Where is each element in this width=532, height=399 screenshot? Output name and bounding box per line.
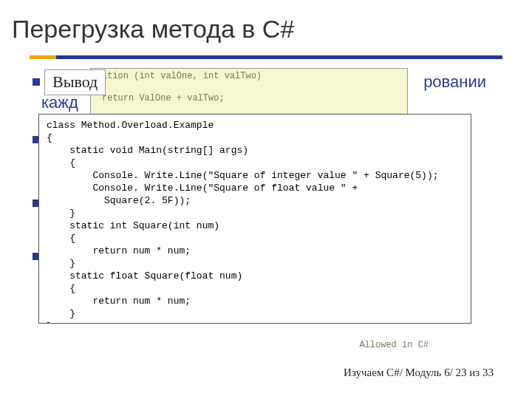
code-faint-line-a: ition (int valOne, int valTwo) — [102, 71, 262, 81]
title-rule — [30, 55, 502, 59]
footer-pagination: Изучаем C#/ Модуль 6/ 23 из 33 — [344, 366, 494, 379]
code-snippet: class Method.Overload.Example { static v… — [38, 114, 471, 324]
slide-body: ition (int valOne, int valTwo) return Va… — [0, 68, 532, 393]
bg-text-fragment: кажд — [41, 93, 78, 112]
output-chip: Вывод — [44, 69, 106, 95]
bullet-icon — [33, 78, 40, 86]
allowed-label: Allowed in C# — [359, 340, 429, 350]
bg-text-tail: ровании — [423, 72, 486, 92]
page-title: Перегрузка метода в C# — [12, 15, 532, 44]
code-faint-line-b: return ValOne + valTwo; — [102, 93, 225, 103]
